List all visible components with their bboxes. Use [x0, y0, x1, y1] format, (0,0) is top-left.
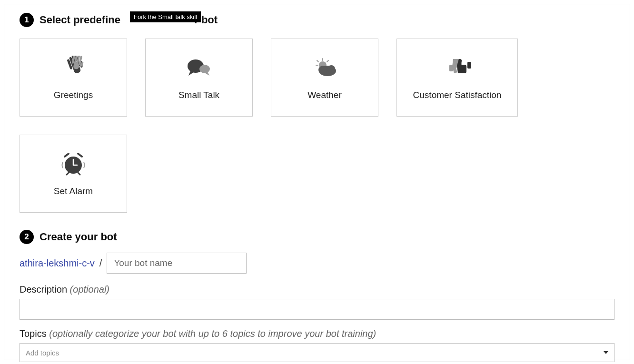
skill-card-greetings[interactable]: Greetings: [20, 39, 127, 117]
skill-label: Small Talk: [178, 90, 219, 100]
step2-title: Create your bot: [40, 231, 117, 243]
small-talk-icon: [185, 55, 213, 81]
description-label: Description (optional): [20, 284, 614, 295]
svg-point-13: [199, 65, 210, 73]
greetings-icon: [59, 55, 88, 81]
step2-number-badge: 2: [20, 230, 34, 244]
skills-grid: Greetings Small Talk: [20, 39, 614, 213]
description-label-text: Description: [20, 284, 70, 295]
skill-label: Weather: [307, 90, 341, 100]
svg-point-21: [327, 65, 335, 73]
alarm-icon: [60, 151, 87, 177]
skill-label: Greetings: [54, 90, 93, 100]
fork-skill-tooltip: Fork the Small talk skill: [130, 11, 201, 22]
skill-label: Customer Satisfaction: [413, 90, 502, 100]
bot-create-form: 1 Select predefined skills for your bot …: [4, 4, 630, 360]
bot-name-input[interactable]: [107, 253, 247, 274]
customer-satisfaction-icon: [441, 55, 474, 81]
step1-header: 1 Select predefined skills for your bot …: [20, 13, 614, 27]
skill-card-customer-satisfaction[interactable]: Customer Satisfaction: [396, 39, 518, 117]
topics-label-text: Topics: [20, 328, 49, 339]
topics-group: Topics (optionally categorize your bot w…: [20, 328, 614, 362]
topics-placeholder: Add topics: [26, 349, 59, 357]
skill-card-small-talk[interactable]: Small Talk: [145, 39, 253, 117]
svg-line-17: [327, 60, 328, 62]
svg-line-16: [317, 60, 318, 62]
path-slash: /: [99, 258, 102, 269]
bot-name-row: athira-lekshmi-c-v /: [20, 253, 614, 274]
description-group: Description (optional): [20, 284, 614, 320]
topics-optional: (optionally categorize your bot with up …: [49, 328, 376, 339]
svg-line-27: [67, 173, 69, 175]
step2-header: 2 Create your bot: [20, 230, 614, 244]
description-input[interactable]: [20, 299, 614, 320]
username-link[interactable]: athira-lekshmi-c-v: [20, 258, 95, 269]
description-optional: (optional): [70, 284, 109, 295]
chevron-down-icon: [604, 351, 608, 354]
step1-number-badge: 1: [20, 13, 34, 27]
weather-icon: [309, 55, 340, 81]
topics-label: Topics (optionally categorize your bot w…: [20, 328, 614, 339]
skill-card-weather[interactable]: Weather: [271, 39, 378, 117]
step1-title-text-left: Select predefine: [40, 14, 120, 26]
topics-select[interactable]: Add topics: [20, 343, 614, 362]
skill-card-set-alarm[interactable]: Set Alarm: [20, 135, 127, 213]
svg-line-28: [78, 173, 80, 175]
svg-point-20: [318, 66, 327, 74]
skill-label: Set Alarm: [54, 186, 93, 197]
svg-rect-23: [467, 62, 471, 69]
